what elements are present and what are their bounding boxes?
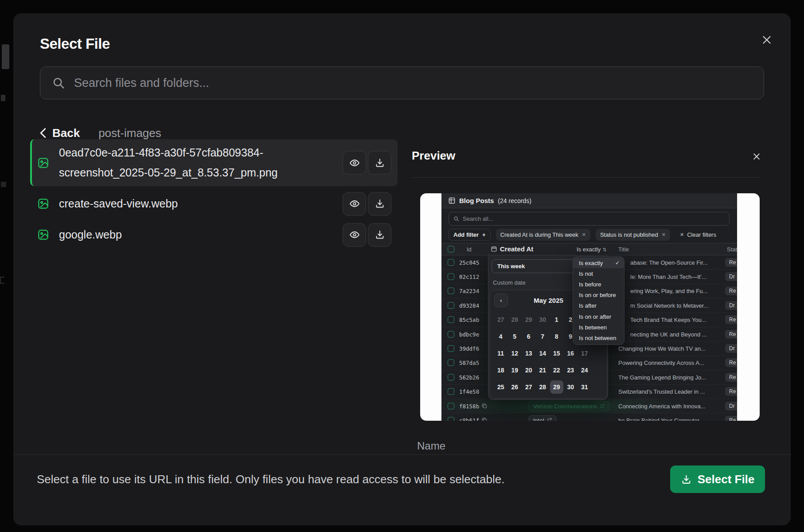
name-field-label: Name (417, 440, 445, 452)
preview-panel-title: Preview (412, 149, 455, 163)
calendar-day-number: 12 (508, 347, 521, 360)
row-status-badge: Dr (725, 272, 737, 281)
row-id-value: 1f4e58 (459, 388, 479, 395)
column-created-at-label: Created At (500, 245, 533, 253)
operator-menu-item-label: Is on or before (579, 292, 616, 298)
image-file-icon (37, 157, 49, 169)
download-icon (375, 157, 385, 168)
calendar-day-number: 30 (564, 380, 577, 394)
calendar-day: 29 (550, 379, 564, 395)
search-icon (52, 76, 65, 90)
file-actions (343, 151, 391, 175)
row-id-value: 85c5ab (459, 317, 479, 323)
calendar-day: 28 (536, 379, 550, 395)
row-id: 562b26 (459, 374, 479, 380)
file-actions (343, 192, 391, 215)
external-link-icon (600, 404, 605, 408)
preview-file-button[interactable] (343, 151, 366, 175)
filter-chip: Status is not published ✕ (596, 229, 670, 241)
row-id: c8b61f (459, 417, 487, 421)
row-id-value: bdbc9e (459, 331, 479, 337)
calendar-day-number: 14 (536, 347, 549, 360)
copy-icon (482, 418, 487, 421)
dialog-close-button[interactable] (758, 31, 776, 49)
row-id-value: c8b61f (459, 417, 479, 421)
calendar-day: 31 (578, 379, 592, 395)
background-app-fragment (1, 182, 6, 187)
select-file-button[interactable]: Select File (670, 466, 765, 493)
calendar-day: 11 (494, 345, 508, 362)
preview-file-button[interactable] (343, 192, 366, 215)
checkbox (448, 331, 454, 337)
download-icon (681, 474, 692, 485)
calendar-day-number: 5 (508, 330, 521, 343)
row-status-badge: Re (725, 286, 737, 295)
checkbox (448, 259, 454, 266)
calendar-day: 17 (578, 345, 592, 362)
operator-menu-item: Is after ✓ (573, 301, 624, 311)
operator-menu-item: Is on or before ✓ (573, 290, 624, 301)
file-search-bar (40, 66, 764, 99)
row-id: 02c112 (459, 274, 479, 280)
row-title: Changing How We Watch TV an... (618, 345, 725, 352)
row-id-value: 25c045 (459, 259, 479, 266)
checkbox (448, 374, 454, 380)
file-list-item[interactable]: 0ead7c0e-a211-4f83-a30f-57cfab809384-scr… (30, 139, 398, 186)
row-status-badge: Re (725, 387, 737, 396)
eye-icon (349, 157, 360, 168)
file-name: 0ead7c0e-a211-4f83-a30f-57cfab809384-scr… (59, 143, 334, 183)
operator-label: Is exactly (577, 246, 601, 253)
calendar-day-number: 25 (494, 380, 507, 394)
row-status-badge: Dr (725, 344, 737, 353)
preview-file-button[interactable] (343, 223, 366, 246)
operator-menu-item-label: Is between (579, 324, 607, 331)
download-file-button[interactable] (368, 223, 391, 246)
search-input[interactable] (65, 67, 764, 99)
operator-menu-item: Is not between ✓ (573, 332, 624, 343)
calendar-day-number: 1 (550, 313, 563, 326)
checkbox (448, 417, 454, 421)
search-icon (453, 216, 459, 222)
calendar-day-number: 23 (564, 364, 577, 377)
calendar-day-number: 29 (522, 313, 535, 326)
file-name: google.webp (59, 225, 122, 245)
operator-menu-item: Is on or after ✓ (573, 311, 624, 322)
calendar-day-number: 24 (578, 364, 591, 377)
eye-icon (349, 199, 360, 209)
row-title: abase: The Open-Source Fir... (630, 259, 725, 266)
row-id: 39ddf6 (459, 345, 479, 352)
calendar-day-number: 18 (494, 364, 507, 377)
row-id: 1f4e58 (459, 388, 479, 395)
calendar-day-number: 21 (536, 364, 549, 377)
download-file-button[interactable] (368, 151, 391, 175)
calendar-day: 6 (522, 328, 536, 345)
preview-close-button[interactable] (749, 149, 764, 164)
file-list-item[interactable]: create-saved-view.webp (30, 190, 398, 217)
row-status-badge: Re (725, 373, 737, 382)
filter-chip: Created At is during This week ✕ (496, 229, 590, 241)
select-file-button-label: Select File (698, 473, 755, 486)
calendar-day-number: 22 (550, 364, 563, 377)
download-file-button[interactable] (368, 192, 391, 215)
calendar-day: 14 (536, 345, 550, 362)
external-link-icon (547, 418, 552, 421)
row-id-value: 7a2234 (459, 288, 479, 294)
calendar-day: 24 (578, 362, 592, 379)
calendar-day-number: 8 (550, 330, 563, 343)
download-icon (375, 199, 385, 209)
table-row: f8158b Verizon Communications Connecting… (441, 399, 737, 413)
file-list: 0ead7c0e-a211-4f83-a30f-57cfab809384-scr… (30, 139, 398, 252)
calendar-day: 18 (494, 362, 508, 379)
back-button[interactable]: Back (39, 126, 80, 140)
calendar-day-number: 15 (550, 347, 563, 360)
operator-menu-item-label: Is not (579, 270, 593, 277)
operator-menu-item: Is between ✓ (573, 322, 624, 332)
company-chip: Intel (528, 415, 557, 421)
operator-menu-item: Is before ✓ (573, 279, 624, 289)
download-icon (375, 230, 385, 240)
grid-icon (449, 197, 455, 204)
chevron-left-icon (39, 128, 47, 138)
file-list-item[interactable]: google.webp (30, 221, 398, 248)
calendar-day-number: 13 (522, 347, 535, 360)
calendar-day-number: 31 (578, 380, 591, 394)
